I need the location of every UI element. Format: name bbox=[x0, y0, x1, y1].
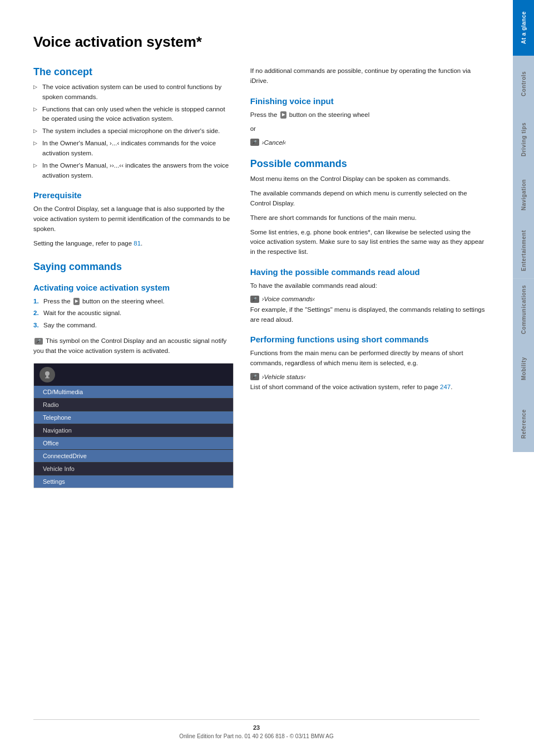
having-example: For example, if the "Settings" menu is d… bbox=[250, 305, 485, 325]
sidebar: At a glance Controls Driving tips Naviga… bbox=[513, 0, 534, 756]
prerequisite-text: On the Control Display, set a language t… bbox=[33, 204, 234, 234]
steering-button-icon-2: ▶ bbox=[280, 111, 286, 119]
having-text: To have the available commands read alou… bbox=[250, 281, 485, 291]
sidebar-tab-at-a-glance[interactable]: At a glance bbox=[513, 0, 534, 56]
page-title: Voice activation system* bbox=[33, 33, 485, 51]
left-column: The concept The voice activation system … bbox=[33, 66, 234, 488]
if-no-commands-text: If no additional commands are possible, … bbox=[250, 66, 485, 86]
finishing-text: Press the ▶ button on the steering wheel bbox=[250, 110, 485, 120]
menu-item-cd: CD/Multimedia bbox=[34, 386, 233, 399]
page-footer: 23 Online Edition for Part no. 01 40 2 6… bbox=[33, 719, 479, 739]
prerequisite-link-line: Setting the language, refer to page 81. bbox=[33, 239, 234, 249]
concept-bullet-4: In the Owner's Manual, ›...‹ indicates c… bbox=[33, 139, 234, 159]
screen-header-icon bbox=[39, 367, 55, 382]
prerequisite-heading: Prerequisite bbox=[33, 190, 234, 200]
sidebar-tab-reference[interactable]: Reference bbox=[513, 396, 534, 452]
possible-p4: Some list entries, e.g. phone book entri… bbox=[250, 228, 485, 257]
right-column: If no additional commands are possible, … bbox=[250, 66, 485, 488]
possible-p2: The available commands depend on which m… bbox=[250, 189, 485, 209]
step-1: 1. Press the ▶ button on the steering wh… bbox=[33, 297, 234, 307]
svg-point-0 bbox=[45, 371, 50, 376]
steering-button-icon-1: ▶ bbox=[73, 298, 80, 305]
sidebar-tab-driving-tips[interactable]: Driving tips bbox=[513, 111, 534, 167]
two-col-layout: The concept The voice activation system … bbox=[33, 66, 485, 488]
page-number: 23 bbox=[33, 724, 479, 731]
menu-item-settings: Settings bbox=[34, 475, 233, 488]
step-3: 3. Say the command. bbox=[33, 321, 234, 331]
performing-heading: Performing functions using short command… bbox=[250, 335, 485, 344]
possible-p3: There are short commands for functions o… bbox=[250, 213, 485, 223]
performing-p2: List of short command of the voice activ… bbox=[250, 382, 485, 392]
mic-icon bbox=[42, 370, 52, 380]
page-container: Voice activation system* The concept The… bbox=[0, 0, 534, 756]
sidebar-tab-controls[interactable]: Controls bbox=[513, 56, 534, 111]
step-2: 2. Wait for the acoustic signal. bbox=[33, 308, 234, 318]
menu-item-vehicleinfo: Vehicle Info bbox=[34, 463, 233, 475]
menu-item-navigation: Navigation bbox=[34, 424, 233, 437]
prerequisite-page-link[interactable]: 81 bbox=[134, 240, 141, 247]
voice-cmd-icon-cancel: 🎤 bbox=[250, 139, 259, 146]
performing-cmd: 🎤 ›Vehicle status‹ bbox=[250, 373, 485, 380]
performing-page-link[interactable]: 247 bbox=[440, 384, 451, 390]
concept-bullet-3: The system includes a special microphone… bbox=[33, 126, 234, 136]
possible-p1: Most menu items on the Control Display c… bbox=[250, 174, 485, 184]
footer-text: Online Edition for Part no. 01 40 2 606 … bbox=[33, 733, 479, 739]
screen-menu-list: CD/Multimedia Radio Telephone Navigation… bbox=[34, 386, 233, 488]
voice-cmd-icon-perform: 🎤 bbox=[250, 373, 259, 380]
possible-commands-heading: Possible commands bbox=[250, 158, 485, 170]
activation-note: 🎤 This symbol on the Control Display and… bbox=[33, 336, 234, 356]
finishing-cancel-cmd: 🎤 ›Cancel‹ bbox=[250, 139, 485, 146]
main-content: Voice activation system* The concept The… bbox=[0, 0, 513, 756]
activation-steps: 1. Press the ▶ button on the steering wh… bbox=[33, 297, 234, 331]
concept-heading: The concept bbox=[33, 66, 234, 78]
screen-mockup: CD/Multimedia Radio Telephone Navigation… bbox=[33, 363, 234, 488]
voice-cmd-icon-voice: 🎤 bbox=[250, 296, 259, 303]
menu-item-radio: Radio bbox=[34, 399, 233, 411]
concept-bullet-2: Functions that can only used when the ve… bbox=[33, 105, 234, 125]
finishing-heading: Finishing voice input bbox=[250, 96, 485, 106]
voice-symbol-icon: 🎤 bbox=[34, 338, 43, 345]
saying-commands-heading: Saying commands bbox=[33, 261, 234, 273]
menu-item-telephone: Telephone bbox=[34, 411, 233, 424]
activating-heading: Activating voice activation system bbox=[33, 283, 234, 292]
concept-bullet-5: In the Owner's Manual, ››...‹‹ indicates… bbox=[33, 161, 234, 181]
menu-item-office: Office bbox=[34, 437, 233, 450]
voice-commands-cmd: 🎤 ›Voice commands‹ bbox=[250, 296, 485, 303]
screen-header bbox=[34, 364, 233, 386]
menu-item-connecteddrive: ConnectedDrive bbox=[34, 450, 233, 463]
sidebar-tab-mobility[interactable]: Mobility bbox=[513, 341, 534, 396]
concept-bullet-1: The voice activation system can be used … bbox=[33, 82, 234, 102]
sidebar-tab-communications[interactable]: Communications bbox=[513, 278, 534, 341]
performing-p1: Functions from the main menu can be perf… bbox=[250, 348, 485, 369]
sidebar-tab-navigation[interactable]: Navigation bbox=[513, 167, 534, 223]
finishing-or: or bbox=[250, 124, 485, 134]
svg-rect-2 bbox=[45, 377, 50, 379]
concept-bullet-list: The voice activation system can be used … bbox=[33, 82, 234, 180]
having-commands-heading: Having the possible commands read aloud bbox=[250, 267, 485, 277]
sidebar-tab-entertainment[interactable]: Entertainment bbox=[513, 223, 534, 278]
